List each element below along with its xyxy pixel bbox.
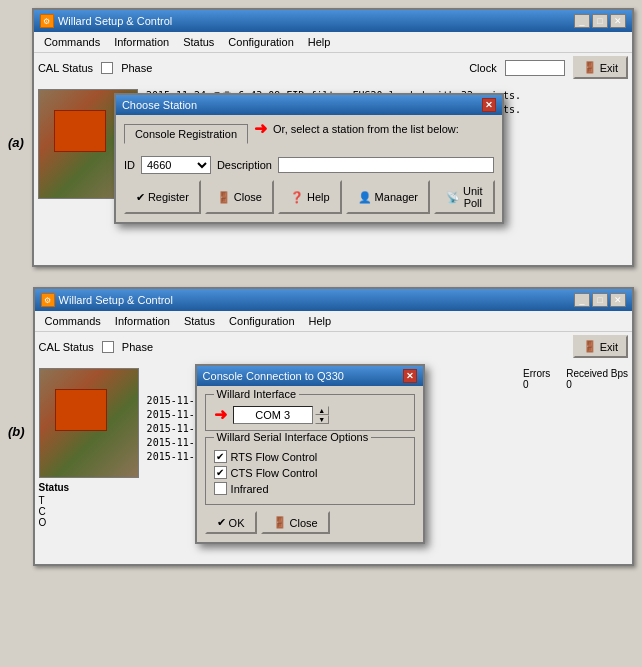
menu-help-a[interactable]: Help	[302, 34, 337, 50]
id-label: ID	[124, 159, 135, 171]
background-image-b	[39, 368, 139, 478]
console-connection-close-icon[interactable]: ✕	[403, 369, 417, 383]
console-connection-title: Console Connection to Q330	[203, 370, 344, 382]
hint-text-a: Or, select a station from the list below…	[273, 123, 459, 135]
close-icon-dialog-b: 🚪	[273, 516, 287, 529]
title-bar-a: ⚙ Willard Setup & Control _ □ ✕	[34, 10, 632, 32]
cts-label: CTS Flow Control	[231, 467, 318, 479]
menu-information-b[interactable]: Information	[109, 313, 176, 329]
close-btn-a[interactable]: ✕	[610, 14, 626, 28]
serial-options-label: Willard Serial Interface Options	[214, 431, 372, 443]
console-connection-title-bar: Console Connection to Q330 ✕	[197, 366, 423, 386]
register-icon: ✔	[136, 191, 145, 204]
unit-poll-icon: 📡	[446, 191, 460, 204]
choose-station-title: Choose Station	[122, 99, 197, 111]
cts-checkbox[interactable]: ✔	[214, 466, 227, 479]
id-select[interactable]: 4660	[141, 156, 211, 174]
close-btn-dialog-a[interactable]: 🚪 Close	[205, 180, 274, 214]
status-title-b: Status	[39, 482, 139, 493]
menu-status-a[interactable]: Status	[177, 34, 220, 50]
com-value-display: COM 3	[233, 406, 313, 424]
menu-information-a[interactable]: Information	[108, 34, 175, 50]
received-bps-label: Received Bps	[566, 368, 628, 379]
status-panel-b: Status T C O	[39, 480, 139, 530]
rts-label: RTS Flow Control	[231, 451, 318, 463]
arrow-indicator-b: ➜	[214, 405, 227, 424]
register-btn[interactable]: ✔ Register	[124, 180, 201, 214]
choose-station-close-icon[interactable]: ✕	[482, 98, 496, 112]
rts-flow-control-row: ✔ RTS Flow Control	[214, 450, 406, 463]
menu-commands-a[interactable]: Commands	[38, 34, 106, 50]
status-c: C	[39, 506, 139, 517]
exit-btn-a[interactable]: 🚪 Exit	[573, 56, 628, 79]
infrared-row: Infrared	[214, 482, 406, 495]
desc-input[interactable]	[278, 157, 494, 173]
dialog-a-buttons: ✔ Register 🚪 Close ❓ Help	[124, 180, 494, 214]
serial-options-group: Willard Serial Interface Options ✔ RTS F…	[205, 437, 415, 505]
menu-bar-a: Commands Information Status Configuratio…	[34, 32, 632, 53]
cal-status-label-a: CAL Status	[38, 62, 93, 74]
status-o: O	[39, 517, 139, 528]
section-a-label: (a)	[8, 135, 24, 150]
dialog-b-buttons: ✔ OK 🚪 Close	[205, 511, 415, 534]
id-desc-row: ID 4660 Description	[124, 156, 494, 174]
ok-btn[interactable]: ✔ OK	[205, 511, 257, 534]
cal-status-label-b: CAL Status	[39, 341, 94, 353]
window-title-b: Willard Setup & Control	[59, 294, 173, 306]
rts-checkbox[interactable]: ✔	[214, 450, 227, 463]
com-spinner[interactable]: ▲ ▼	[315, 406, 329, 424]
exit-btn-b[interactable]: 🚪 Exit	[573, 335, 628, 358]
choose-station-body: Console Registration ➜ Or, select a stat…	[116, 115, 502, 222]
menu-status-b[interactable]: Status	[178, 313, 221, 329]
title-controls-b: _ □ ✕	[574, 293, 626, 307]
manager-btn[interactable]: 👤 Manager	[346, 180, 430, 214]
spin-up-btn[interactable]: ▲	[315, 406, 329, 415]
cal-status-checkbox-a[interactable]	[101, 62, 113, 74]
console-connection-dialog: Console Connection to Q330 ✕ Willard Int…	[195, 364, 425, 544]
app-icon-b: ⚙	[41, 293, 55, 307]
console-registration-tab[interactable]: Console Registration	[124, 124, 248, 144]
menu-configuration-b[interactable]: Configuration	[223, 313, 300, 329]
unit-poll-btn[interactable]: 📡 Unit Poll	[434, 180, 495, 214]
cal-status-checkbox-b[interactable]	[102, 341, 114, 353]
window-a: ⚙ Willard Setup & Control _ □ ✕ Commands…	[32, 8, 634, 267]
errors-label: Errors	[523, 368, 550, 379]
exit-icon-b: 🚪	[583, 340, 597, 353]
section-b-label: (b)	[8, 424, 25, 439]
menu-bar-b: Commands Information Status Configuratio…	[35, 311, 632, 332]
spin-down-btn[interactable]: ▼	[315, 415, 329, 424]
toolbar-b: CAL Status Phase 🚪 Exit	[35, 332, 632, 361]
desc-label: Description	[217, 159, 272, 171]
willard-interface-label: Willard Interface	[214, 388, 299, 400]
clock-input-a[interactable]	[505, 60, 565, 76]
infrared-label: Infrared	[231, 483, 269, 495]
app-icon-a: ⚙	[40, 14, 54, 28]
window-b: ⚙ Willard Setup & Control _ □ ✕ Commands…	[33, 287, 634, 566]
willard-interface-group: Willard Interface ➜ COM 3 ▲ ▼	[205, 394, 415, 431]
ok-icon: ✔	[217, 516, 226, 529]
dialog-tab-row-a: Console Registration	[124, 123, 248, 144]
cts-flow-control-row: ✔ CTS Flow Control	[214, 466, 406, 479]
clock-label-a: Clock	[469, 62, 497, 74]
close-btn-dialog-b[interactable]: 🚪 Close	[261, 511, 330, 534]
section-a: (a) ⚙ Willard Setup & Control _ □ ✕	[8, 8, 634, 277]
minimize-btn-b[interactable]: _	[574, 293, 590, 307]
restore-btn-a[interactable]: □	[592, 14, 608, 28]
restore-btn-b[interactable]: □	[592, 293, 608, 307]
infrared-checkbox[interactable]	[214, 482, 227, 495]
title-controls-a: _ □ ✕	[574, 14, 626, 28]
close-btn-b[interactable]: ✕	[610, 293, 626, 307]
phase-label-b: Phase	[122, 341, 153, 353]
help-btn-a[interactable]: ❓ Help	[278, 180, 342, 214]
console-connection-body: Willard Interface ➜ COM 3 ▲ ▼	[197, 386, 423, 542]
menu-help-b[interactable]: Help	[303, 313, 338, 329]
help-icon-a: ❓	[290, 191, 304, 204]
menu-commands-b[interactable]: Commands	[39, 313, 107, 329]
section-b: (b) ⚙ Willard Setup & Control _ □ ✕	[8, 287, 634, 576]
received-bps-value: 0	[566, 379, 628, 390]
menu-configuration-a[interactable]: Configuration	[222, 34, 299, 50]
close-icon-dialog-a: 🚪	[217, 191, 231, 204]
status-t: T	[39, 495, 139, 506]
exit-icon-a: 🚪	[583, 61, 597, 74]
minimize-btn-a[interactable]: _	[574, 14, 590, 28]
